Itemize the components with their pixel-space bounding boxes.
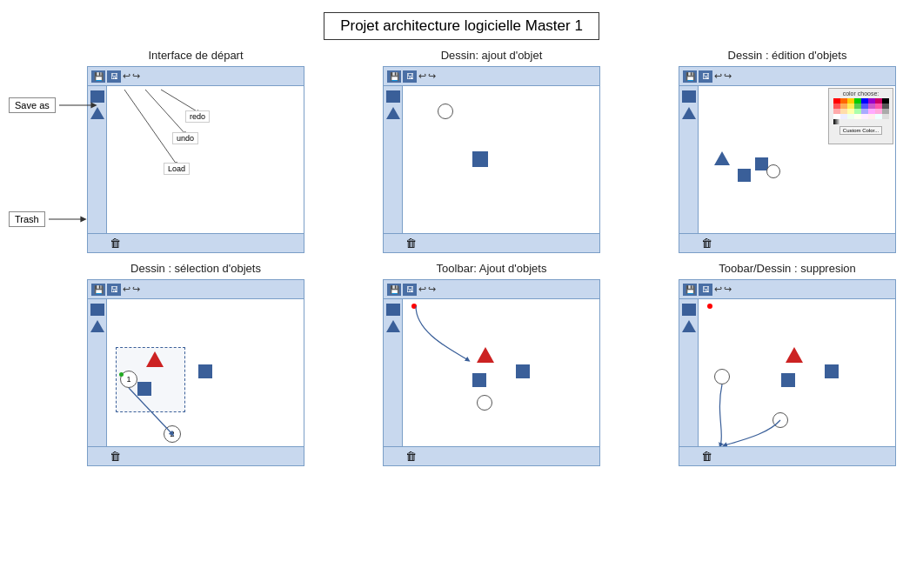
trash-icon-2[interactable]: 🗑: [405, 237, 417, 250]
saveas-icon-5[interactable]: 🖫: [403, 284, 417, 296]
trash-icon-3[interactable]: 🗑: [701, 237, 712, 250]
circle-handle-6a[interactable]: [714, 369, 730, 384]
trash-icon-6[interactable]: 🗑: [701, 450, 712, 463]
panel-3-frame: 💾 🖫 ↩ ↪ color choose:: [679, 66, 896, 253]
panel-5-canvas: [403, 299, 599, 446]
load-annotation: Load: [164, 163, 190, 175]
save-as-label: Save as: [9, 97, 56, 113]
sidebar-rect-4[interactable]: [90, 304, 104, 316]
sidebar-pentagon-3[interactable]: [682, 107, 696, 119]
circle-handle-3a[interactable]: [766, 164, 780, 178]
svg-line-4: [124, 90, 177, 164]
color-chooser-widget[interactable]: color choose:: [828, 88, 893, 144]
trash-icon-5[interactable]: 🗑: [405, 450, 417, 463]
saveas-icon-6[interactable]: 🖫: [699, 284, 712, 296]
panel-4-sidebar: [88, 299, 107, 465]
trash-icon-1[interactable]: 🗑: [110, 237, 121, 250]
panel-2-frame: 💾 🖫 ↩ ↪ 🗑: [383, 66, 600, 253]
panel-3-toolbar: 💾 🖫 ↩ ↪: [679, 67, 895, 86]
blue-sq-5b: [516, 364, 530, 378]
red-pentagon-4: [146, 351, 164, 367]
undo-icon-6[interactable]: ↩: [714, 284, 722, 295]
sidebar-rect-5[interactable]: [386, 304, 400, 316]
save-icon-5[interactable]: 💾: [387, 284, 401, 296]
panel-1-canvas: redo undo Load: [107, 86, 304, 233]
trash-icon-4[interactable]: 🗑: [110, 450, 121, 463]
panel-6-sidebar: [679, 299, 699, 465]
saveas-icon-4[interactable]: 🖫: [107, 284, 121, 296]
panel-interface-depart: Save as Trash: [52, 49, 339, 253]
custom-color-button[interactable]: Custom Color...: [839, 126, 882, 135]
save-icon-3[interactable]: 💾: [683, 70, 697, 83]
undo-icon[interactable]: ↩: [123, 70, 130, 82]
saveas-icon-2[interactable]: 🖫: [403, 70, 417, 83]
sidebar-pentagon-6[interactable]: [682, 320, 696, 332]
circle-handle-4b[interactable]: 2: [164, 425, 181, 443]
panel-6-frame: 💾 🖫 ↩ ↪: [679, 279, 896, 466]
circle-handle-2a[interactable]: [438, 104, 453, 119]
redo-icon-5[interactable]: ↪: [428, 284, 436, 295]
color-grid: [833, 98, 889, 124]
undo-icon-2[interactable]: ↩: [418, 70, 426, 82]
panel-4-canvas: 1 2: [107, 299, 304, 446]
red-dot-6: [707, 304, 712, 309]
save-icon-2[interactable]: 💾: [387, 70, 401, 83]
panel-toolbar-ajout: Toolbar: Ajout d'objets 💾 🖫 ↩ ↪: [348, 262, 635, 466]
panel-5-title: Toolbar: Ajout d'objets: [437, 262, 547, 275]
save-icon-6[interactable]: 💾: [683, 284, 697, 296]
blue-sq-5a: [472, 373, 486, 387]
red-pentagon-6: [786, 347, 803, 363]
panel-1-bottombar: 🗑: [88, 233, 304, 252]
panel-5-arrows: [403, 299, 599, 446]
pentagon-3a: [714, 151, 730, 165]
green-dot-4: [119, 372, 124, 377]
undo-icon-3[interactable]: ↩: [714, 70, 722, 82]
redo-icon[interactable]: ↪: [132, 70, 140, 82]
save-icon[interactable]: 💾: [91, 70, 105, 83]
panel-5-sidebar: [384, 299, 403, 465]
panel-toolbar-suppression: Toobar/Dessin : suppresion 💾 🖫 ↩ ↪: [644, 262, 923, 466]
blue-sq-3b: [738, 169, 751, 182]
panel-2-sidebar: [384, 86, 403, 252]
saveas-icon-3[interactable]: 🖫: [699, 70, 712, 83]
sidebar-pentagon-4[interactable]: [90, 320, 104, 332]
panel-5-frame: 💾 🖫 ↩ ↪: [383, 279, 600, 466]
svg-line-3: [145, 90, 185, 134]
undo-icon-4[interactable]: ↩: [123, 284, 130, 295]
panel-1-arrows: [107, 86, 304, 233]
panel-6-title: Toobar/Dessin : suppresion: [719, 262, 856, 275]
sidebar-rect-2[interactable]: [386, 90, 400, 103]
panel-4-title: Dessin : sélection d'objets: [130, 262, 261, 275]
sidebar-pentagon-5[interactable]: [386, 320, 400, 332]
redo-icon-3[interactable]: ↪: [724, 70, 732, 82]
undo-annotation: undo: [172, 132, 198, 144]
red-pentagon-5: [477, 347, 494, 363]
undo-icon-5[interactable]: ↩: [418, 284, 426, 295]
sidebar-rect-3[interactable]: [682, 90, 696, 103]
panel-6-canvas: [699, 299, 895, 446]
panel-3-title: Dessin : édition d'objets: [728, 49, 847, 62]
panel-dessin-edition: Dessin : édition d'objets 💾 🖫 ↩ ↪ color …: [644, 49, 923, 253]
blue-sq-4b: [198, 364, 212, 378]
circle-handle-6b[interactable]: [773, 412, 788, 428]
panel-3-bottombar: 🗑: [679, 233, 895, 252]
redo-icon-6[interactable]: ↪: [724, 284, 732, 295]
redo-icon-4[interactable]: ↪: [132, 284, 140, 295]
panel-2-title: Dessin: ajout d'objet: [441, 49, 543, 62]
trash-label: Trash: [9, 211, 45, 227]
panel-2-toolbar: 💾 🖫 ↩ ↪: [384, 67, 599, 86]
panel-4-bottombar: 🗑: [88, 446, 304, 465]
sidebar-rect-6[interactable]: [682, 304, 696, 316]
sidebar-pentagon-2[interactable]: [386, 107, 400, 119]
save-icon-4[interactable]: 💾: [91, 284, 105, 296]
panel-dessin-ajout: Dessin: ajout d'objet 💾 🖫 ↩ ↪ 🗑: [348, 49, 635, 253]
panel-1-title: Interface de départ: [148, 49, 243, 62]
panel-5-toolbar: 💾 🖫 ↩ ↪: [384, 280, 599, 299]
panel-2-bottombar: 🗑: [384, 233, 599, 252]
redo-icon-2[interactable]: ↪: [428, 70, 436, 82]
panel-6-toolbar: 💾 🖫 ↩ ↪: [679, 280, 895, 299]
saveas-icon[interactable]: 🖫: [107, 70, 121, 83]
panel-1-toolbar: 💾 🖫 ↩ ↪: [88, 67, 304, 86]
circle-handle-5[interactable]: [477, 395, 492, 411]
panel-dessin-selection: Dessin : sélection d'objets 💾 🖫 ↩ ↪: [52, 262, 339, 466]
